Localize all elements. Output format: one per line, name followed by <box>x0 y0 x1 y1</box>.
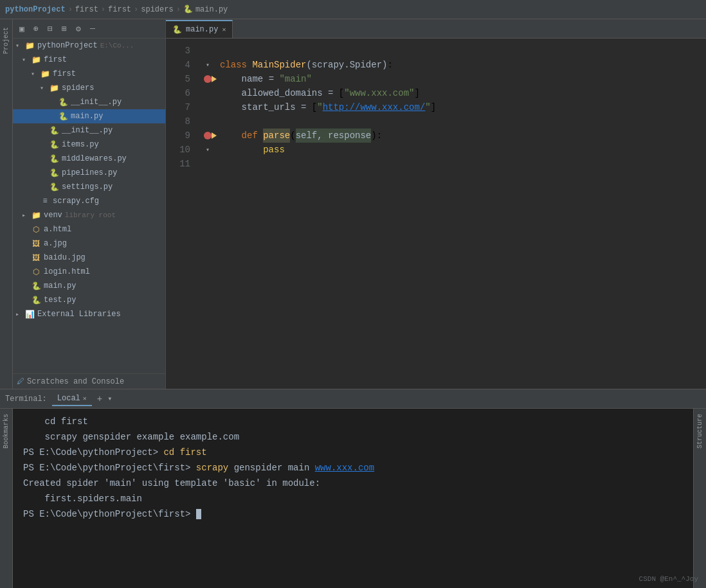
terminal-content[interactable]: cd first scrapy genspider example exampl… <box>13 409 693 588</box>
tree-root-name: pythonProject <box>37 41 98 50</box>
tree-item-mainpy-root[interactable]: 🐍 main.py <box>13 279 165 293</box>
str-url: http://www.xxx.com/ <box>323 100 426 114</box>
tree-item-init-spiders[interactable]: 🐍 __init__.py <box>13 95 165 109</box>
line-num-3: 3 <box>166 44 198 58</box>
tree-item-label: settings.py <box>62 183 113 192</box>
breadcrumb-first-2[interactable]: first <box>108 5 131 14</box>
terminal-dropdown[interactable]: ▾ <box>107 394 112 404</box>
tree-arrow: ▾ <box>22 56 31 64</box>
var-start: start_urls <box>242 100 301 114</box>
op-eq: = <box>301 100 312 114</box>
tree-item-testpy[interactable]: 🐍 test.py <box>13 293 165 307</box>
line-numbers: 3 4 5 6 7 8 9 10 11 <box>166 39 198 389</box>
bottom-panel: Terminal: Local ✕ + ▾ Bookmarks cd first… <box>0 389 706 588</box>
keyword-def: def <box>242 129 264 143</box>
tree-item-loginhtml[interactable]: ⬡ login.html <box>13 265 165 279</box>
tree-item-ahtml[interactable]: ⬡ a.html <box>13 222 165 236</box>
terminal-tab-bar: Terminal: Local ✕ + ▾ <box>0 389 706 409</box>
toolbar-icon-collapse[interactable]: ⊟ <box>45 24 55 34</box>
paren-close: ) <box>371 129 376 143</box>
tree-item-label: first <box>44 55 67 64</box>
breadcrumb-sep-1: › <box>68 5 73 14</box>
term-line-6: first.spiders.main <box>23 491 683 506</box>
breakpoint-arrow-5 <box>212 76 217 82</box>
keyword-class: class <box>220 58 252 72</box>
tab-close-btn[interactable]: ✕ <box>222 26 226 33</box>
tree-arrow: ▸ <box>15 310 24 318</box>
toolbar-icon-gear[interactable]: ⚙ <box>73 24 84 34</box>
code-line-6: allowed_domains = ["www.xxx.com"] <box>217 86 706 100</box>
fold-arrow-4[interactable]: ▾ <box>204 61 212 69</box>
tree-item-init-first[interactable]: 🐍 __init__.py <box>13 123 165 138</box>
tree-item-pipelines[interactable]: 🐍 pipelines.py <box>13 166 165 180</box>
gutter-4: ▾ <box>198 58 217 72</box>
tree-root[interactable]: ▾ 📁 pythonProject E:\Co... <box>13 39 165 53</box>
tree-item-scrapy-cfg[interactable]: ≡ scrapy.cfg <box>13 194 165 208</box>
tree-item-label: venv <box>44 211 62 220</box>
file-tree-toolbar: ▣ ⊕ ⊟ ⊞ ⚙ — <box>13 19 165 39</box>
py-file-icon: 🐍 <box>49 125 59 136</box>
terminal-add-btn[interactable]: + <box>97 394 102 404</box>
py-file-icon: 🐍 <box>31 295 41 305</box>
tree-item-first1[interactable]: ▾ 📁 first <box>13 53 165 67</box>
line-num-9: 9 <box>166 129 198 143</box>
py-file-icon: 🐍 <box>31 281 41 291</box>
breadcrumb-first-1[interactable]: first <box>75 5 98 14</box>
code-content[interactable]: class MainSpider(scrapy.Spider): name = … <box>217 39 706 389</box>
tree-item-venv[interactable]: ▸ 📁 venv library root <box>13 208 165 222</box>
code-line-10: pass <box>217 143 706 157</box>
code-line-7: start_urls = ["http://www.xxx.com/"] <box>217 100 706 114</box>
tree-item-settings[interactable]: 🐍 settings.py <box>13 180 165 194</box>
terminal-tab-close[interactable]: ✕ <box>83 395 87 402</box>
breadcrumb-bar: pythonProject › first › first › spiders … <box>0 0 706 19</box>
editor-area: 🐍 main.py ✕ 3 4 5 6 7 8 9 10 11 <box>166 19 706 389</box>
scratches-label: Scratches and Console <box>27 377 124 386</box>
tree-item-ext-libs[interactable]: ▸ 📊 External Libraries <box>13 307 165 321</box>
tree-item-items[interactable]: 🐍 items.py <box>13 138 165 152</box>
term-line-4: PS E:\Code\pythonProject\first> scrapy g… <box>23 460 683 476</box>
breadcrumb-project[interactable]: pythonProject <box>5 5 66 14</box>
breakpoint-9[interactable] <box>204 132 212 139</box>
term-url[interactable]: www.xxx.com <box>315 463 374 473</box>
gutter-5 <box>198 72 217 86</box>
fold-arrow-10[interactable]: ▾ <box>204 146 212 154</box>
tree-item-main-py[interactable]: 🐍 main.py <box>13 109 165 123</box>
tree-item-baidujpg[interactable]: 🖼 baidu.jpg <box>13 251 165 265</box>
project-label: Project <box>3 27 10 54</box>
paren-open: ( <box>306 58 311 72</box>
code-editor: 3 4 5 6 7 8 9 10 11 ▾ <box>166 39 706 389</box>
tree-item-label: main.py <box>71 112 103 121</box>
tree-arrow: ▾ <box>15 42 24 49</box>
tree-arrow: ▾ <box>40 84 49 92</box>
str-quote-open: " <box>317 100 322 114</box>
breadcrumb-spiders[interactable]: spiders <box>141 5 173 14</box>
line-num-6: 6 <box>166 86 198 100</box>
jpg-file-icon: 🖼 <box>31 253 41 263</box>
term-prompt: PS E:\Code\pythonProject\first> <box>23 463 196 473</box>
editor-tab-mainpy[interactable]: 🐍 main.py ✕ <box>166 20 233 38</box>
scratches-item[interactable]: 🖊 Scratches and Console <box>13 373 165 389</box>
toolbar-icon-expand[interactable]: ⊞ <box>59 24 69 34</box>
breadcrumb-file[interactable]: main.py <box>195 5 228 14</box>
term-prompt: PS E:\Code\pythonProject> <box>23 447 163 458</box>
term-line-1: cd first <box>23 414 683 429</box>
toolbar-icon-square[interactable]: ▣ <box>17 24 27 34</box>
tree-item-label: __init__.py <box>71 98 122 107</box>
tree-item-ajpg[interactable]: 🖼 a.jpg <box>13 236 165 251</box>
var-allowed: allowed_domains <box>242 86 328 100</box>
indent <box>220 143 263 157</box>
toolbar-icon-minus[interactable]: — <box>87 24 98 34</box>
toolbar-icon-circle[interactable]: ⊕ <box>31 24 41 34</box>
tree-item-spiders[interactable]: ▾ 📁 spiders <box>13 81 165 95</box>
tree-arrow: ▸ <box>22 211 31 219</box>
term-genspider: genspider main <box>228 463 314 473</box>
breakpoint-5[interactable] <box>204 75 212 83</box>
bracket-open: [ <box>339 86 344 100</box>
term-line-5: Created spider 'main' using template 'ba… <box>23 476 683 491</box>
terminal-tab-local[interactable]: Local ✕ <box>52 392 92 406</box>
tree-item-first2[interactable]: ▾ 📁 first <box>13 67 165 81</box>
py-file-icon: 🐍 <box>49 154 59 164</box>
tab-label: main.py <box>186 25 218 34</box>
tree-item-middlewares[interactable]: 🐍 middlewares.py <box>13 152 165 166</box>
code-line-11 <box>217 157 706 171</box>
